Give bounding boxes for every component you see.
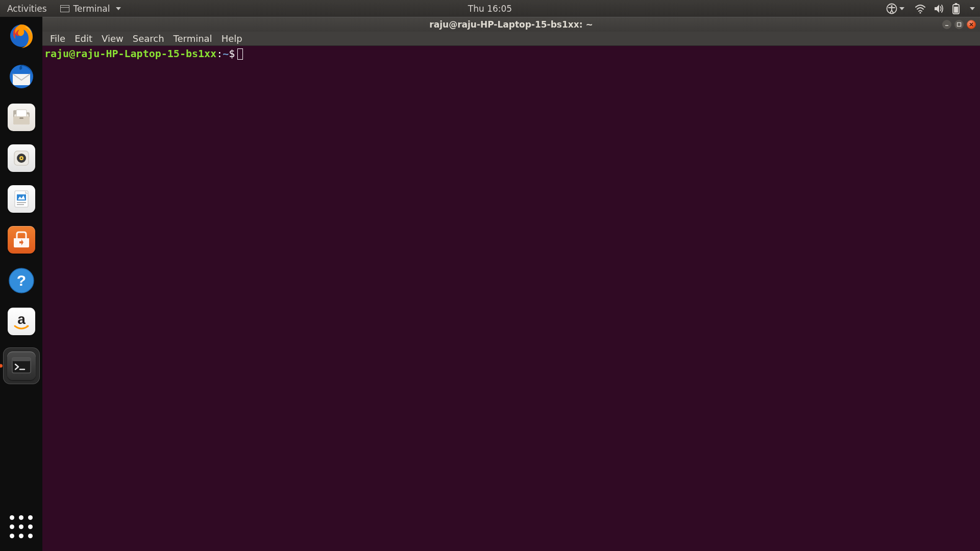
- prompt-path: ~: [223, 47, 229, 60]
- svg-rect-29: [12, 358, 31, 361]
- dock-amazon[interactable]: a: [7, 307, 36, 336]
- terminal-body[interactable]: raju@raju-HP-Laptop-15-bs1xx:~$: [42, 46, 980, 551]
- window-controls: [942, 20, 976, 29]
- battery-icon: [951, 3, 961, 15]
- maximize-button[interactable]: [954, 20, 964, 29]
- dock-firefox[interactable]: [7, 21, 36, 51]
- dock-help[interactable]: ?: [7, 266, 36, 295]
- activities-button[interactable]: Activities: [0, 4, 54, 14]
- svg-rect-15: [19, 117, 23, 119]
- rhythmbox-icon: [8, 144, 35, 172]
- menu-terminal[interactable]: Terminal: [169, 33, 217, 44]
- svg-text:a: a: [17, 311, 26, 327]
- svg-rect-4: [955, 3, 958, 5]
- prompt-user-host: raju@raju-HP-Laptop-15-bs1xx: [44, 47, 216, 60]
- app-menu-label: Terminal: [74, 4, 110, 14]
- volume-icon: [933, 3, 944, 14]
- dock: ? a: [0, 17, 42, 551]
- top-panel: Activities Terminal Thu 16:05: [0, 0, 980, 17]
- cursor-icon: [237, 48, 243, 60]
- software-icon: [8, 226, 35, 254]
- chevron-down-icon: [899, 7, 904, 10]
- svg-text:?: ?: [16, 272, 26, 289]
- window-title: raju@raju-HP-Laptop-15-bs1xx: ~: [429, 19, 593, 30]
- app-menu-button[interactable]: Terminal: [54, 4, 128, 14]
- writer-icon: [8, 185, 35, 213]
- chevron-down-icon: [116, 7, 121, 10]
- menu-edit[interactable]: Edit: [70, 33, 97, 44]
- system-status-area[interactable]: [886, 3, 975, 15]
- minimize-button[interactable]: [942, 20, 951, 29]
- dock-rhythmbox[interactable]: [7, 143, 36, 173]
- svg-point-1: [891, 5, 893, 7]
- svg-point-19: [20, 158, 22, 159]
- close-button[interactable]: [967, 20, 976, 29]
- help-icon: ?: [8, 267, 35, 294]
- window-title-bar[interactable]: raju@raju-HP-Laptop-15-bs1xx: ~: [42, 17, 980, 32]
- chevron-down-icon: [970, 7, 975, 10]
- files-icon: [8, 104, 35, 131]
- dock-ubuntu-software[interactable]: [7, 225, 36, 255]
- menu-search[interactable]: Search: [128, 33, 169, 44]
- system-menu[interactable]: [915, 3, 975, 15]
- accessibility-menu[interactable]: [886, 3, 904, 14]
- menu-file[interactable]: File: [45, 33, 70, 44]
- svg-point-2: [919, 12, 921, 13]
- prompt-symbol: $: [229, 47, 235, 60]
- apps-grid-icon: [10, 515, 33, 538]
- menu-help[interactable]: Help: [217, 33, 247, 44]
- svg-rect-13: [16, 110, 27, 117]
- menu-view[interactable]: View: [97, 33, 128, 44]
- terminal-icon: [7, 352, 36, 380]
- clock-button[interactable]: Thu 16:05: [468, 4, 512, 14]
- dock-libreoffice-writer[interactable]: [7, 184, 36, 214]
- firefox-icon: [7, 21, 36, 50]
- svg-rect-21: [17, 194, 26, 201]
- svg-rect-7: [958, 23, 961, 27]
- terminal-window-icon: [60, 5, 69, 12]
- dock-files[interactable]: [7, 103, 36, 132]
- menu-bar: File Edit View Search Terminal Help: [42, 32, 980, 46]
- dock-thunderbird[interactable]: [7, 62, 36, 91]
- dock-terminal[interactable]: [3, 347, 40, 384]
- svg-rect-5: [954, 7, 958, 13]
- show-applications-button[interactable]: [0, 515, 42, 538]
- prompt-separator: :: [216, 47, 223, 60]
- thunderbird-icon: [8, 63, 35, 90]
- wifi-icon: [915, 3, 926, 14]
- accessibility-icon: [886, 3, 897, 14]
- amazon-icon: a: [8, 308, 35, 335]
